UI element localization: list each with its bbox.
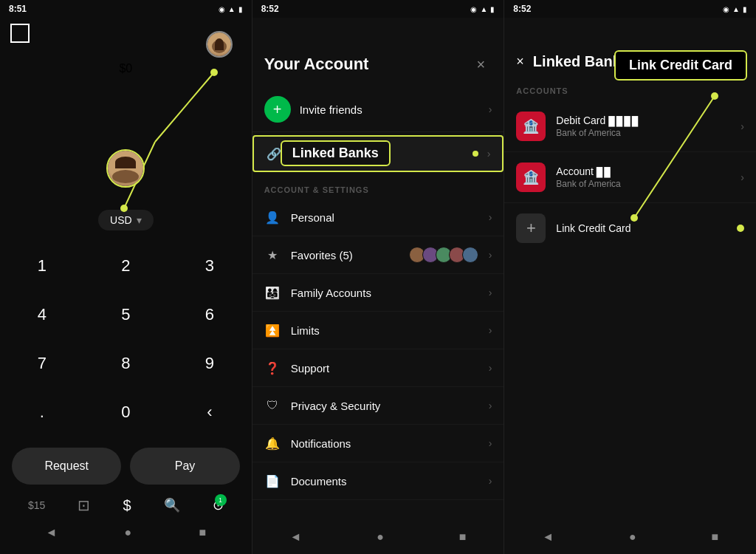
account-header: Your Account × (252, 18, 504, 87)
status-time-p3: 8:52 (513, 4, 531, 14)
nav-dollar-icon[interactable]: $ (123, 497, 131, 514)
numpad-6[interactable]: 6 (168, 294, 252, 335)
menu-privacy-security[interactable]: 🛡 Privacy & Security › (252, 387, 504, 425)
back-nav-p3[interactable]: ◄ (542, 530, 554, 544)
linked-banks-chevron-icon: › (487, 148, 491, 160)
menu-support[interactable]: ❓ Support › (252, 349, 504, 387)
activity-badge: 1 (215, 494, 227, 506)
panel-home: 8:51 ◉ ▲ ▮ $0 (0, 0, 252, 554)
svg-point-2 (210, 69, 218, 76)
nav-camera-icon[interactable]: ⊡ (78, 496, 90, 514)
menu-family-accounts[interactable]: 👨‍👩‍👧 Family Accounts › (252, 274, 504, 312)
personal-icon: 👤 (264, 209, 281, 225)
status-time-p1: 8:51 (9, 4, 27, 14)
debit-card-label: Debit Card ████ (556, 114, 730, 126)
numpad-3[interactable]: 3 (168, 245, 252, 287)
battery-icon-p3: ▮ (743, 5, 747, 13)
numpad-8[interactable]: 8 (84, 343, 168, 384)
notifications-label: Notifications (291, 437, 478, 450)
numpad-5[interactable]: 5 (84, 294, 168, 335)
recents-nav-icon[interactable]: ■ (199, 526, 206, 539)
nav-activity[interactable]: ⊙ 1 (213, 497, 224, 513)
privacy-chevron-icon: › (489, 400, 492, 411)
bottom-nav: $15 ⊡ $ 🔍 ⊙ 1 (12, 490, 240, 517)
panel-linked-banks: 8:52 ◉ ▲ ▮ Link Credit Card × Linked Ban… (504, 0, 756, 554)
wifi-icon-p2: ▲ (480, 5, 487, 13)
close-button[interactable]: × (470, 53, 492, 75)
recents-nav-p3[interactable]: ■ (711, 530, 718, 544)
chevron-down-icon: ▾ (137, 214, 142, 226)
numpad-2[interactable]: 2 (84, 245, 168, 287)
numpad-9[interactable]: 9 (168, 343, 252, 384)
account-row[interactable]: 🏦 Account ██ Bank of America › (504, 152, 756, 203)
accounts-section-label: ACCOUNTS (504, 79, 756, 101)
back-nav-p2[interactable]: ◄ (290, 530, 302, 544)
boa-shield-icon-2: 🏦 (523, 169, 539, 185)
debit-card-masked: ████ (608, 116, 639, 126)
home-nav-icon[interactable]: ● (125, 526, 132, 539)
support-chevron-icon: › (489, 362, 492, 374)
link-credit-card-row[interactable]: + Link Credit Card (504, 203, 756, 253)
panel-account: 8:52 ◉ ▲ ▮ Your Account × + Invite frien… (252, 0, 505, 554)
account-scroll: + Invite friends › Linked Banks 🔗 Linked… (252, 87, 504, 524)
debit-card-info: Debit Card ████ Bank of America (556, 114, 730, 138)
linked-banks-row[interactable]: 🔗 Linked Banks › (252, 135, 504, 172)
link-credit-card-callout: Link Credit Card (614, 50, 747, 81)
signal-icon-p2: ◉ (470, 5, 477, 13)
menu-limits[interactable]: ⏫ Limits › (252, 312, 504, 349)
numpad-4[interactable]: 4 (0, 294, 84, 335)
home-nav-p2[interactable]: ● (377, 530, 384, 544)
currency-label: USD (110, 214, 132, 226)
numpad-dot[interactable]: . (0, 391, 84, 433)
signal-icon: ◉ (219, 5, 225, 13)
plus-icon: + (516, 213, 546, 243)
pay-button[interactable]: Pay (130, 448, 239, 485)
limits-label: Limits (291, 324, 478, 337)
menu-documents[interactable]: 📄 Documents › (252, 462, 504, 500)
menu-favorites[interactable]: ★ Favorites (5) › (252, 236, 504, 274)
back-nav-icon[interactable]: ◄ (46, 526, 58, 539)
account-title: Your Account (264, 55, 369, 74)
personal-label: Personal (291, 211, 478, 224)
invite-friends-row[interactable]: + Invite friends › (252, 87, 504, 132)
request-button[interactable]: Request (12, 448, 121, 485)
account-masked: ██ (597, 167, 612, 177)
notifications-chevron-icon: › (489, 437, 492, 449)
linked-banks-section: Linked Banks 🔗 Linked Banks › (252, 135, 504, 172)
privacy-label: Privacy & Security (291, 400, 478, 412)
status-bar-panel2: 8:52 ◉ ▲ ▮ (252, 0, 504, 18)
panel1-bottom: Request Pay $15 ⊡ $ 🔍 ⊙ 1 ◄ ● ■ (0, 440, 252, 554)
invite-label: Invite friends (300, 103, 480, 116)
back-button-p3[interactable]: × (516, 54, 524, 69)
menu-notifications[interactable]: 🔔 Notifications › (252, 425, 504, 462)
numpad-backspace[interactable]: ‹ (168, 391, 252, 433)
link-cc-label: Link Credit Card (556, 222, 726, 234)
wifi-icon: ▲ (228, 5, 236, 13)
family-chevron-icon: › (489, 287, 492, 298)
numpad-7[interactable]: 7 (0, 343, 84, 384)
action-buttons: Request Pay (12, 448, 240, 485)
numpad-1[interactable]: 1 (0, 245, 84, 287)
numpad-0[interactable]: 0 (84, 391, 168, 433)
family-label: Family Accounts (291, 287, 478, 299)
signal-icon-p3: ◉ (723, 5, 729, 13)
favorites-avatars (409, 247, 478, 263)
home-nav-p3[interactable]: ● (629, 530, 636, 544)
limits-icon: ⏫ (264, 322, 281, 338)
debit-card-row[interactable]: 🏦 Debit Card ████ Bank of America › (504, 101, 756, 152)
svg-line-0 (155, 72, 214, 142)
account-chevron-icon: › (740, 171, 744, 183)
system-nav-bar: ◄ ● ■ (12, 523, 240, 539)
recents-nav-p2[interactable]: ■ (459, 530, 467, 544)
menu-personal[interactable]: 👤 Personal › (252, 199, 504, 236)
linked-banks-icon: 🔗 (266, 146, 282, 162)
spacer (504, 253, 756, 524)
system-nav-bar-p2: ◄ ● ■ (252, 524, 504, 554)
wifi-icon-p3: ▲ (732, 5, 740, 13)
currency-selector[interactable]: USD ▾ (98, 210, 154, 230)
nav-search-icon[interactable]: 🔍 (164, 497, 180, 513)
status-bar-panel1: 8:51 ◉ ▲ ▮ (0, 0, 252, 18)
avatar-main[interactable] (106, 134, 145, 188)
favorites-label: Favorites (5) (291, 249, 399, 261)
battery-icon-p2: ▮ (490, 5, 495, 13)
